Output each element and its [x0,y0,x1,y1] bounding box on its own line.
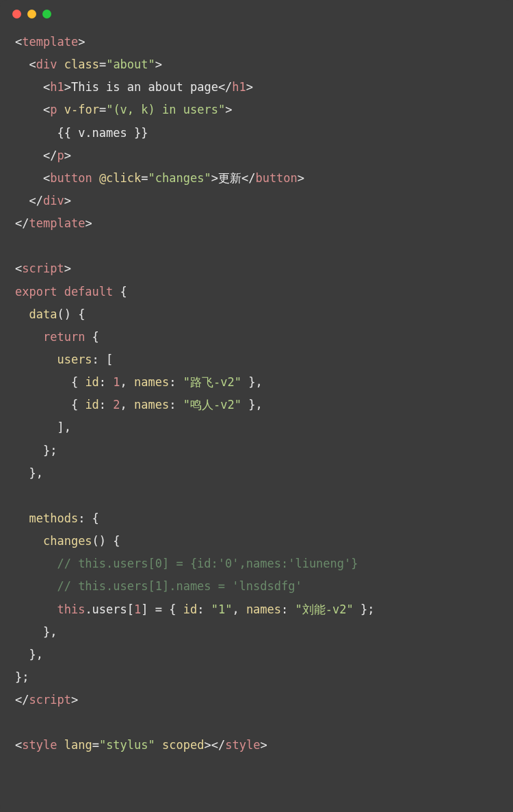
minimize-icon[interactable] [27,10,36,18]
code-line: <script> [15,257,513,280]
code-line: <h1>This is an about page</h1> [15,76,513,99]
code-line: }, [15,462,513,485]
code-line: <template> [15,31,513,53]
code-line: { id: 2, names: "鸣人-v2" }, [15,394,513,416]
code-line: users: [ [15,348,513,371]
code-line: // this.users[1].names = 'lnsdsdfg' [15,575,513,598]
code-line: { id: 1, names: "路飞-v2" }, [15,371,513,394]
close-icon[interactable] [12,10,21,18]
code-line: <p v-for="(v, k) in users"> [15,99,513,121]
code-line: }; [15,666,513,689]
code-line: // this.users[0] = {id:'0',names:'liunen… [15,553,513,575]
code-line [15,711,513,734]
code-line: </p> [15,144,513,167]
code-line: ], [15,416,513,439]
code-line: methods: { [15,507,513,530]
code-line [15,485,513,507]
code-line: export default { [15,281,513,303]
code-line: return { [15,326,513,348]
code-line: </div> [15,190,513,212]
code-line [15,235,513,257]
code-area: <template> <div class="about"> <h1>This … [0,31,513,757]
code-line: }, [15,644,513,666]
code-line: changes() { [15,530,513,553]
zoom-icon[interactable] [42,10,51,18]
code-line: }, [15,621,513,644]
code-line: </script> [15,689,513,711]
code-line: </template> [15,212,513,235]
editor-window: <template> <div class="about"> <h1>This … [0,0,513,812]
code-line: <div class="about"> [15,53,513,76]
code-line: <button @click="changes">更新</button> [15,167,513,190]
code-line: {{ v.names }} [15,122,513,144]
code-line: }; [15,440,513,462]
code-line: this.users[1] = { id: "1", names: "刘能-v2… [15,598,513,621]
titlebar [0,10,513,31]
code-line: <style lang="stylus" scoped></style> [15,734,513,757]
code-line: data() { [15,303,513,326]
